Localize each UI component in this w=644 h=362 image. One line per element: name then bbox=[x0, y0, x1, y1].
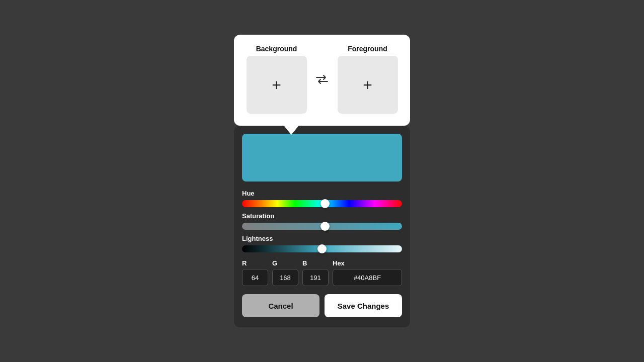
background-label: Background bbox=[256, 45, 297, 53]
saturation-track[interactable] bbox=[242, 223, 402, 230]
save-changes-button[interactable]: Save Changes bbox=[325, 294, 402, 317]
saturation-slider-group: Saturation bbox=[242, 212, 402, 230]
lightness-slider-group: Lightness bbox=[242, 235, 402, 252]
hue-label: Hue bbox=[242, 190, 402, 197]
hue-track[interactable] bbox=[242, 200, 402, 207]
lightness-label: Lightness bbox=[242, 235, 402, 242]
saturation-label: Saturation bbox=[242, 212, 402, 220]
foreground-label: Foreground bbox=[348, 45, 387, 53]
swap-button[interactable] bbox=[311, 69, 333, 89]
color-preview bbox=[242, 134, 402, 182]
g-label: G bbox=[272, 259, 298, 267]
cancel-button[interactable]: Cancel bbox=[242, 294, 319, 317]
foreground-slot-group: Foreground + bbox=[337, 45, 398, 114]
b-field-group: B bbox=[302, 259, 329, 286]
foreground-plus-icon: + bbox=[363, 77, 372, 93]
hue-thumb[interactable] bbox=[320, 199, 330, 208]
action-buttons: Cancel Save Changes bbox=[242, 294, 402, 317]
r-label: R bbox=[242, 259, 268, 267]
hue-slider-group: Hue bbox=[242, 190, 402, 207]
color-picker-card: Hue Saturation Lightness R bbox=[234, 126, 410, 327]
r-input[interactable] bbox=[242, 269, 268, 286]
lightness-thumb[interactable] bbox=[317, 244, 327, 253]
g-input[interactable] bbox=[272, 269, 298, 286]
dialog-wrapper: Background + Foreground + bbox=[234, 35, 410, 327]
top-card: Background + Foreground + bbox=[234, 35, 410, 126]
background-slot-box[interactable]: + bbox=[247, 56, 307, 114]
rgb-hex-row: R G B Hex bbox=[242, 259, 402, 286]
background-plus-icon: + bbox=[272, 77, 281, 93]
g-field-group: G bbox=[272, 259, 298, 286]
b-label: B bbox=[302, 259, 329, 267]
color-slots: Background + Foreground + bbox=[246, 45, 398, 114]
r-field-group: R bbox=[242, 259, 268, 286]
foreground-slot-box[interactable]: + bbox=[338, 56, 398, 114]
hex-label: Hex bbox=[333, 259, 402, 267]
saturation-thumb[interactable] bbox=[320, 222, 330, 231]
hex-input[interactable] bbox=[333, 269, 402, 286]
b-input[interactable] bbox=[302, 269, 329, 286]
background-slot-group: Background + bbox=[246, 45, 307, 114]
swap-icon bbox=[315, 73, 329, 85]
lightness-track[interactable] bbox=[242, 245, 402, 252]
hex-field-group: Hex bbox=[333, 259, 402, 286]
